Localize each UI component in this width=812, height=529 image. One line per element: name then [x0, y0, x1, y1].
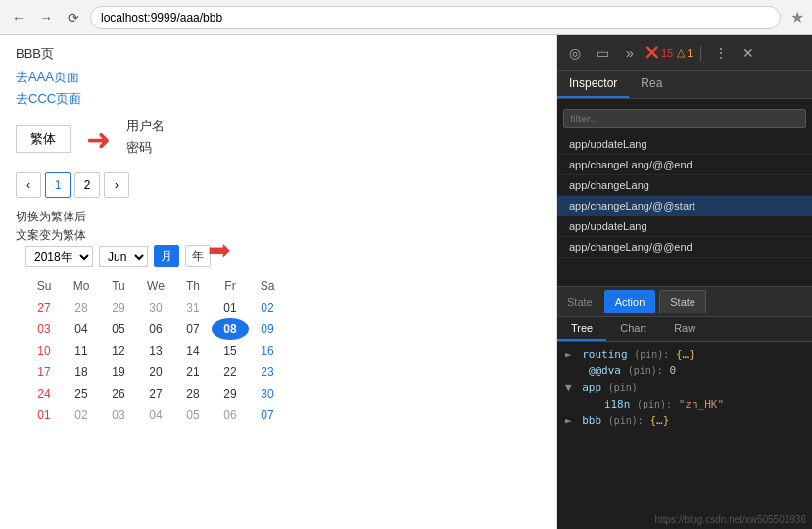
- cal-day[interactable]: 20: [137, 361, 174, 383]
- cal-day[interactable]: 17: [25, 361, 63, 383]
- cal-day[interactable]: 14: [174, 340, 212, 361]
- reload-button[interactable]: ⟳: [63, 7, 84, 28]
- cal-day[interactable]: 27: [25, 297, 63, 318]
- next-page-button[interactable]: ›: [104, 172, 129, 198]
- inspector-item-6[interactable]: app/changeLang/@@end: [557, 237, 812, 258]
- tree-view: ► routing (pin): {…} @@dva (pin): 0 ▼ ap…: [557, 342, 812, 529]
- cal-day[interactable]: 25: [63, 383, 100, 405]
- cal-day[interactable]: 31: [174, 297, 212, 318]
- tree-item-bbb[interactable]: ► bbb (pin): {…}: [557, 412, 812, 429]
- cal-day[interactable]: 06: [137, 318, 174, 340]
- cal-day[interactable]: 21: [174, 361, 212, 383]
- cal-header-su: Su: [25, 275, 63, 297]
- cal-day[interactable]: 05: [100, 318, 137, 340]
- cal-day[interactable]: 13: [137, 340, 174, 361]
- cal-day[interactable]: 18: [63, 361, 100, 383]
- browser-chrome: ← → ⟳ ★: [0, 0, 812, 35]
- cal-day[interactable]: 04: [63, 318, 100, 340]
- year-select[interactable]: 2018年: [25, 246, 93, 267]
- cal-day[interactable]: 09: [249, 318, 286, 340]
- right-arrow-icon: ➜: [86, 122, 111, 157]
- tree-item-app[interactable]: ▼ app (pin): [557, 379, 812, 396]
- month-select[interactable]: Jun: [99, 246, 148, 267]
- cal-day[interactable]: 30: [249, 383, 286, 405]
- inspect-icon-btn[interactable]: ◎: [563, 41, 587, 65]
- forward-button[interactable]: →: [35, 7, 57, 28]
- lang-section: 繁体 ➜ 用户名 密码: [16, 116, 541, 163]
- inspector-item-2[interactable]: app/changeLang/@@end: [557, 155, 812, 175]
- cal-day[interactable]: 10: [25, 340, 63, 361]
- page-content: BBB页 去AAA页面 去CCC页面 繁体 ➜ 用户名 密码 ‹ 1 2 › 切…: [0, 35, 557, 529]
- cal-day[interactable]: 15: [212, 340, 249, 361]
- tree-item-i18n[interactable]: i18n (pin): "zh_HK": [557, 396, 812, 412]
- form-section: 用户名 密码: [126, 118, 165, 161]
- cal-day[interactable]: 03: [25, 318, 63, 340]
- cal-day[interactable]: 16: [249, 340, 286, 361]
- cal-day[interactable]: 28: [63, 297, 100, 318]
- tab-inspector[interactable]: Inspector: [557, 71, 629, 98]
- lang-button[interactable]: 繁体: [16, 125, 71, 153]
- cal-day[interactable]: 07: [249, 405, 286, 426]
- cal-day[interactable]: 19: [100, 361, 137, 383]
- month-btn[interactable]: 月: [154, 245, 179, 267]
- tree-item-dva[interactable]: @@dva (pin): 0: [557, 362, 812, 379]
- error-count: 15: [661, 47, 673, 59]
- cal-day[interactable]: 02: [249, 297, 286, 318]
- cal-day[interactable]: 04: [137, 405, 174, 426]
- cal-header-fr: Fr: [212, 275, 249, 297]
- action-tab[interactable]: Action: [604, 290, 656, 313]
- devtools-toolbar: ◎ ▭ » ❌ 15 △ 1 | ⋮ ✕: [557, 35, 812, 71]
- cal-day[interactable]: 23: [249, 361, 286, 383]
- more-tools-btn[interactable]: »: [618, 41, 642, 65]
- cal-day[interactable]: 03: [100, 405, 137, 426]
- cal-day-today[interactable]: 08: [212, 318, 249, 340]
- cal-day[interactable]: 26: [100, 383, 137, 405]
- tab-rea[interactable]: Rea: [629, 71, 674, 98]
- calendar-controls: 2018年 Jun 月 年: [25, 245, 211, 267]
- cal-day[interactable]: 29: [212, 383, 249, 405]
- cal-day[interactable]: 11: [63, 340, 100, 361]
- cal-day[interactable]: 24: [25, 383, 63, 405]
- cal-day[interactable]: 22: [212, 361, 249, 383]
- prev-page-button[interactable]: ‹: [16, 172, 41, 198]
- bookmark-icon[interactable]: ★: [790, 8, 804, 26]
- inspector-item-4[interactable]: app/changeLang/@@start: [557, 196, 812, 216]
- cal-header-sa: Sa: [249, 275, 286, 297]
- watermark: https://blog.csdn.net/xw505501936: [654, 514, 806, 525]
- expand-icon: ►: [565, 414, 572, 427]
- close-devtools-btn[interactable]: ✕: [737, 41, 760, 65]
- cal-day[interactable]: 05: [174, 405, 212, 426]
- cal-day[interactable]: 27: [137, 383, 174, 405]
- cal-day[interactable]: 02: [63, 405, 100, 426]
- nav-link-aaa[interactable]: 去AAA页面: [16, 69, 541, 86]
- nav-link-ccc[interactable]: 去CCC页面: [16, 90, 541, 108]
- page-1-button[interactable]: 1: [45, 172, 71, 198]
- filter-input[interactable]: [563, 109, 806, 128]
- cal-day[interactable]: 12: [100, 340, 137, 361]
- cal-day[interactable]: 29: [100, 297, 137, 318]
- tab-chart[interactable]: Chart: [606, 317, 660, 341]
- inspector-item-5[interactable]: app/updateLang: [557, 216, 812, 237]
- cal-day[interactable]: 28: [174, 383, 212, 405]
- address-input[interactable]: [90, 6, 781, 29]
- inspector-item-3[interactable]: app/changeLang: [557, 175, 812, 196]
- main-area: BBB页 去AAA页面 去CCC页面 繁体 ➜ 用户名 密码 ‹ 1 2 › 切…: [0, 35, 812, 529]
- cal-header-mo: Mo: [63, 275, 100, 297]
- cal-day[interactable]: 01: [212, 297, 249, 318]
- cal-day[interactable]: 07: [174, 318, 212, 340]
- state-tab[interactable]: State: [659, 290, 706, 313]
- cal-day[interactable]: 30: [137, 297, 174, 318]
- device-icon-btn[interactable]: ▭: [591, 41, 614, 65]
- back-button[interactable]: ←: [8, 7, 29, 28]
- tab-raw[interactable]: Raw: [660, 317, 709, 341]
- page-2-button[interactable]: 2: [74, 172, 100, 198]
- calendar-table: Su Mo Tu We Th Fr Sa 27 28 29 30 31 01: [25, 275, 286, 426]
- dots-menu-btn[interactable]: ⋮: [709, 41, 733, 65]
- cal-day[interactable]: 06: [212, 405, 249, 426]
- tab-tree[interactable]: Tree: [557, 317, 606, 341]
- inspector-item-1[interactable]: app/updateLang: [557, 134, 812, 155]
- cal-header-th: Th: [174, 275, 212, 297]
- tree-item-routing[interactable]: ► routing (pin): {…}: [557, 346, 812, 362]
- annotation-text: 切换为繁体后文案变为繁体: [16, 208, 541, 245]
- cal-day[interactable]: 01: [25, 405, 63, 426]
